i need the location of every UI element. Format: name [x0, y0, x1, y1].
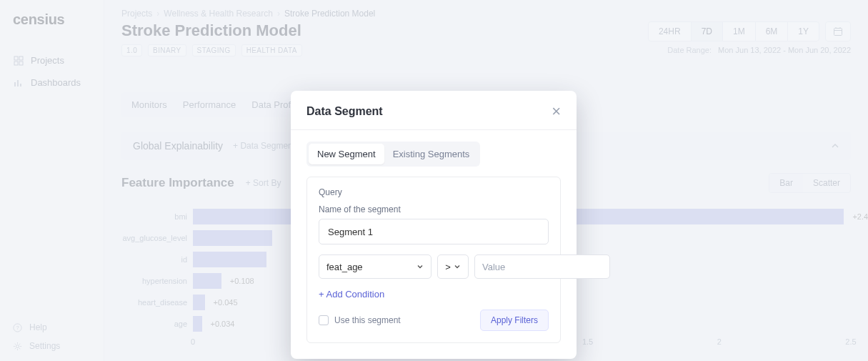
- value-input[interactable]: [474, 254, 610, 279]
- chevron-down-icon: [416, 263, 424, 270]
- tab-existing-segments[interactable]: Existing Segments: [384, 144, 479, 164]
- segment-tabs: New Segment Existing Segments: [306, 142, 480, 167]
- query-panel: Query Name of the segment feat_age > + A…: [306, 177, 561, 343]
- operator-select-value: >: [445, 262, 451, 272]
- chevron-down-icon: [454, 263, 461, 270]
- feature-select[interactable]: feat_age: [319, 254, 431, 279]
- use-segment-checkbox[interactable]: Use this segment: [319, 315, 401, 325]
- segment-name-input[interactable]: [319, 219, 549, 244]
- feature-select-value: feat_age: [326, 262, 363, 272]
- data-segment-modal: Data Segment × New Segment Existing Segm…: [291, 91, 577, 359]
- add-condition-link[interactable]: + Add Condition: [319, 289, 549, 300]
- tab-new-segment[interactable]: New Segment: [309, 144, 384, 164]
- apply-filters-button[interactable]: Apply Filters: [480, 310, 549, 331]
- modal-title: Data Segment: [306, 105, 383, 118]
- close-icon: ×: [552, 102, 561, 120]
- checkbox-icon: [319, 315, 329, 325]
- condition-row: feat_age >: [319, 254, 549, 279]
- use-segment-label: Use this segment: [334, 315, 401, 325]
- operator-select[interactable]: >: [437, 254, 469, 279]
- modal-close-button[interactable]: ×: [552, 104, 561, 119]
- query-label: Query: [319, 187, 549, 197]
- segment-name-label: Name of the segment: [319, 204, 549, 214]
